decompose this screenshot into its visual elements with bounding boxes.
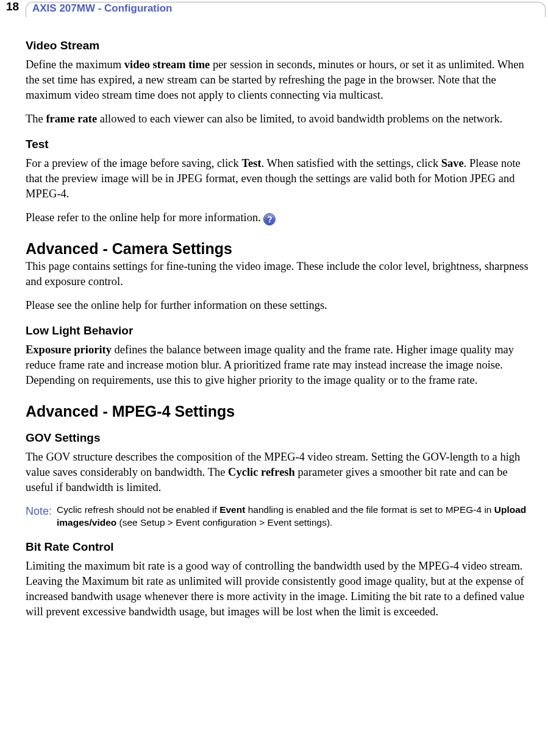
text-bold: Exposure priority bbox=[26, 344, 112, 356]
text: Cyclic refresh should not be enabled if bbox=[57, 504, 219, 515]
text: For a preview of the image before saving… bbox=[26, 157, 241, 169]
text: The bbox=[26, 113, 46, 125]
content: Video Stream Define the maximum video st… bbox=[0, 39, 548, 620]
text: handling is enabled and the file format … bbox=[245, 504, 494, 515]
help-icon[interactable]: ? bbox=[263, 213, 276, 225]
heading-gov-settings: GOV Settings bbox=[26, 431, 531, 445]
text-bold: Test bbox=[241, 157, 261, 169]
note-body: Cyclic refresh should not be enabled if … bbox=[57, 504, 531, 529]
paragraph: Please see the online help for further i… bbox=[26, 298, 531, 313]
header-tab: AXIS 207MW - Configuration bbox=[26, 2, 546, 17]
note-label: Note: bbox=[26, 504, 52, 518]
paragraph: Define the maximum video stream time per… bbox=[26, 57, 531, 103]
text: Please refer to the online help for more… bbox=[26, 211, 263, 224]
paragraph: This page contains settings for fine-tun… bbox=[26, 259, 531, 289]
text-bold: Cyclic refresh bbox=[228, 466, 295, 478]
text: allowed to each viewer can also be limit… bbox=[97, 113, 502, 125]
note: Note: Cyclic refresh should not be enabl… bbox=[26, 504, 531, 529]
paragraph: Exposure priority defines the balance be… bbox=[26, 342, 531, 388]
text-bold: Event bbox=[219, 504, 245, 515]
heading-low-light-behavior: Low Light Behavior bbox=[26, 324, 531, 337]
paragraph: Please refer to the online help for more… bbox=[26, 210, 531, 225]
paragraph: For a preview of the image before saving… bbox=[26, 156, 531, 202]
paragraph: The frame rate allowed to each viewer ca… bbox=[26, 111, 531, 127]
page-number: 18 bbox=[6, 0, 19, 13]
page-header: 18 AXIS 207MW - Configuration bbox=[0, 0, 548, 17]
page: 18 AXIS 207MW - Configuration Video Stre… bbox=[0, 0, 548, 646]
heading-advanced-camera-settings: Advanced - Camera Settings bbox=[26, 240, 531, 258]
paragraph: The GOV structure describes the composit… bbox=[26, 450, 531, 495]
text: Define the maximum bbox=[26, 58, 124, 71]
heading-video-stream: Video Stream bbox=[26, 39, 531, 52]
heading-advanced-mpeg4-settings: Advanced - MPEG-4 Settings bbox=[26, 403, 531, 420]
paragraph: Limiting the maximum bit rate is a good … bbox=[26, 559, 531, 620]
text: (see Setup > Event configuration > Event… bbox=[116, 517, 332, 528]
text: . When satisfied with the settings, clic… bbox=[262, 157, 441, 169]
heading-test: Test bbox=[26, 138, 531, 151]
text-bold: frame rate bbox=[46, 113, 97, 125]
text-bold: video stream time bbox=[124, 58, 210, 71]
text-bold: Save bbox=[441, 157, 464, 169]
heading-bit-rate-control: Bit Rate Control bbox=[26, 540, 531, 554]
